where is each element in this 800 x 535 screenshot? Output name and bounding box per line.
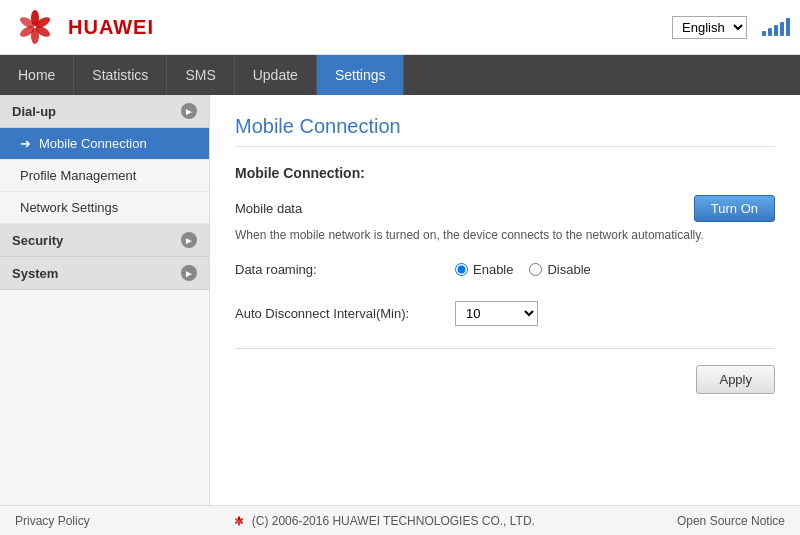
brand-name: HUAWEI [68, 16, 154, 39]
sidebar-group-security-arrow-icon: ► [181, 232, 197, 248]
enable-label: Enable [473, 262, 513, 277]
data-roaming-options: Enable Disable [455, 262, 775, 277]
sidebar-item-profile-management-label: Profile Management [20, 168, 136, 183]
auto-disconnect-row: Auto Disconnect Interval(Min): 10 20 30 … [235, 295, 775, 332]
main-layout: Dial-up ► ➜ Mobile Connection Profile Ma… [0, 95, 800, 505]
footer-copyright: (C) 2006-2016 HUAWEI TECHNOLOGIES CO., L… [252, 514, 535, 528]
nav-sms[interactable]: SMS [167, 55, 234, 95]
sidebar-item-mobile-connection-label: Mobile Connection [39, 136, 147, 151]
signal-bar-3 [774, 25, 778, 36]
turn-on-button[interactable]: Turn On [694, 195, 775, 222]
disable-radio[interactable] [529, 263, 542, 276]
sidebar-group-system[interactable]: System ► [0, 257, 209, 290]
signal-strength-icon [762, 18, 790, 36]
page-title: Mobile Connection [235, 115, 775, 147]
arrow-indicator-icon: ➜ [20, 136, 31, 151]
section-divider [235, 348, 775, 349]
sidebar-group-dialup-arrow-icon: ► [181, 103, 197, 119]
signal-bar-2 [768, 28, 772, 36]
auto-disconnect-value-area: 10 20 30 60 Never [455, 301, 775, 326]
open-source-notice-link[interactable]: Open Source Notice [677, 514, 785, 528]
sidebar-group-system-label: System [12, 266, 58, 281]
nav-bar: Home Statistics SMS Update Settings [0, 55, 800, 95]
top-bar: HUAWEI English 中文 [0, 0, 800, 55]
nav-settings[interactable]: Settings [317, 55, 405, 95]
sidebar-item-mobile-connection[interactable]: ➜ Mobile Connection [0, 128, 209, 160]
content-area: Mobile Connection Mobile Connection: Mob… [210, 95, 800, 505]
footer-huawei-logo-icon [232, 516, 246, 526]
mobile-connection-section: Mobile Connection: Mobile data Turn On W… [235, 165, 775, 394]
data-roaming-row: Data roaming: Enable Disable [235, 256, 775, 283]
top-right-controls: English 中文 [672, 16, 790, 39]
nav-home[interactable]: Home [0, 55, 74, 95]
signal-bar-5 [786, 18, 790, 36]
sidebar-group-dialup-label: Dial-up [12, 104, 56, 119]
sidebar-item-network-settings[interactable]: Network Settings [0, 192, 209, 224]
sidebar: Dial-up ► ➜ Mobile Connection Profile Ma… [0, 95, 210, 505]
enable-radio[interactable] [455, 263, 468, 276]
mobile-data-label: Mobile data [235, 201, 694, 216]
disable-label: Disable [547, 262, 590, 277]
sidebar-group-dialup[interactable]: Dial-up ► [0, 95, 209, 128]
auto-disconnect-label: Auto Disconnect Interval(Min): [235, 306, 455, 321]
data-roaming-label: Data roaming: [235, 262, 455, 277]
nav-statistics[interactable]: Statistics [74, 55, 167, 95]
sidebar-item-network-settings-label: Network Settings [20, 200, 118, 215]
apply-button[interactable]: Apply [696, 365, 775, 394]
footer: Privacy Policy (C) 2006-2016 HUAWEI TECH… [0, 505, 800, 535]
apply-row: Apply [235, 365, 775, 394]
privacy-policy-link[interactable]: Privacy Policy [15, 514, 90, 528]
signal-bar-1 [762, 31, 766, 36]
sidebar-group-security-label: Security [12, 233, 63, 248]
signal-bar-4 [780, 22, 784, 36]
sidebar-item-profile-management[interactable]: Profile Management [0, 160, 209, 192]
sidebar-group-system-arrow-icon: ► [181, 265, 197, 281]
auto-disconnect-select[interactable]: 10 20 30 60 Never [455, 301, 538, 326]
language-selector[interactable]: English 中文 [672, 16, 747, 39]
mobile-data-info-text: When the mobile network is turned on, th… [235, 228, 775, 242]
nav-update[interactable]: Update [235, 55, 317, 95]
footer-center: (C) 2006-2016 HUAWEI TECHNOLOGIES CO., L… [232, 514, 535, 528]
section-title: Mobile Connection: [235, 165, 775, 181]
mobile-data-row: Mobile data Turn On [235, 195, 775, 222]
enable-radio-label[interactable]: Enable [455, 262, 513, 277]
sidebar-group-security[interactable]: Security ► [0, 224, 209, 257]
huawei-logo-icon [10, 9, 60, 45]
logo-area: HUAWEI [10, 9, 154, 45]
disable-radio-label[interactable]: Disable [529, 262, 590, 277]
